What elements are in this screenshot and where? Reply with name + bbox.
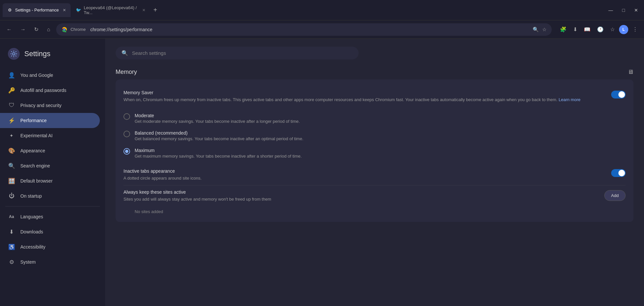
search-icon: 🔍 xyxy=(533,27,539,33)
privacy-icon: 🛡 xyxy=(8,102,15,109)
close-button[interactable]: ✕ xyxy=(631,6,641,14)
sidebar-item-system[interactable]: ⚙ System xyxy=(0,254,100,270)
sidebar-label-system: System xyxy=(20,259,36,265)
inactive-tabs-info: Inactive tabs appearance A dotted circle… xyxy=(123,168,611,182)
memory-saver-toggle-track[interactable] xyxy=(611,91,626,98)
sidebar-item-on-startup[interactable]: ⏻ On startup xyxy=(0,188,100,204)
minimize-button[interactable]: — xyxy=(605,6,616,14)
sidebar-item-languages[interactable]: Aa Languages xyxy=(0,209,100,224)
main-layout: Settings 👤 You and Google 🔑 Autofill and… xyxy=(0,39,644,306)
new-tab-button[interactable]: + xyxy=(151,5,160,15)
memory-saver-toggle-thumb xyxy=(618,91,625,98)
radio-balanced-circle[interactable] xyxy=(123,131,130,137)
sidebar-label-accessibility: Accessibility xyxy=(20,244,45,250)
back-button[interactable]: ← xyxy=(4,25,14,34)
always-active-info: Always keep these sites active Sites you… xyxy=(123,189,604,203)
memory-saver-toggle[interactable] xyxy=(611,91,626,98)
radio-maximum-desc: Get maximum memory savings. Your tabs be… xyxy=(135,154,302,159)
history-icon[interactable]: 🕐 xyxy=(595,24,606,34)
you-and-google-icon: 👤 xyxy=(8,72,15,79)
radio-balanced-label: Balanced (recommended) xyxy=(135,130,303,136)
url-display: chrome://settings/performance xyxy=(90,27,529,32)
sidebar-item-you-and-google[interactable]: 👤 You and Google xyxy=(0,68,100,83)
search-bar[interactable]: 🔍 xyxy=(116,47,359,59)
radio-moderate-circle[interactable] xyxy=(123,113,130,120)
experimental-ai-icon: ✦ xyxy=(8,132,15,139)
default-browser-icon: 🪟 xyxy=(8,177,15,185)
toolbar-icons: 🧩 ⬇ 📖 🕐 ☆ L ⋮ xyxy=(558,24,640,34)
maximize-button[interactable]: □ xyxy=(619,6,628,14)
download-icon[interactable]: ⬇ xyxy=(571,24,580,34)
forward-button[interactable]: → xyxy=(18,25,28,34)
sidebar-item-appearance[interactable]: 🎨 Appearance xyxy=(0,143,100,158)
always-active-name: Always keep these sites active xyxy=(123,189,598,195)
refresh-button[interactable]: ↻ xyxy=(32,24,41,34)
sidebar-item-autofill[interactable]: 🔑 Autofill and passwords xyxy=(0,83,100,98)
on-startup-icon: ⏻ xyxy=(8,192,15,200)
radio-balanced-content: Balanced (recommended) Get balanced memo… xyxy=(135,130,303,141)
learn-more-link[interactable]: Learn more xyxy=(559,97,580,102)
sidebar-label-you-and-google: You and Google xyxy=(20,73,53,78)
sidebar-item-privacy[interactable]: 🛡 Privacy and security xyxy=(0,98,100,113)
downloads-icon: ⬇ xyxy=(8,228,15,235)
inactive-tabs-desc: A dotted circle appears around site icon… xyxy=(123,175,605,182)
address-input-wrap[interactable]: Chrome chrome://settings/performance 🔍 ☆ xyxy=(56,23,552,36)
settings-logo-icon xyxy=(8,48,20,60)
no-sites-label: No sites added xyxy=(123,207,626,215)
bookmarks-icon[interactable]: ☆ xyxy=(608,24,617,34)
radio-maximum-circle[interactable] xyxy=(123,148,130,155)
radio-moderate[interactable]: Moderate Get moderate memory savings. Yo… xyxy=(123,110,626,127)
radio-moderate-desc: Get moderate memory savings. Your tabs b… xyxy=(135,119,300,124)
sidebar-label-default-browser: Default browser xyxy=(20,178,53,184)
avatar[interactable]: L xyxy=(619,25,628,34)
inactive-tabs-toggle-track[interactable] xyxy=(611,169,626,177)
search-input[interactable] xyxy=(132,50,353,56)
memory-options-group: Moderate Get moderate memory savings. Yo… xyxy=(123,107,626,164)
radio-maximum-label: Maximum xyxy=(135,148,302,153)
sidebar-item-default-browser[interactable]: 🪟 Default browser xyxy=(0,173,100,188)
tab-settings[interactable]: ⚙ Settings - Performance ✕ xyxy=(3,3,71,17)
bookmark-icon: ☆ xyxy=(542,27,546,33)
sidebar-label-autofill: Autofill and passwords xyxy=(20,88,66,93)
twitter-tab-label: Leopeva64 (@Leopeva64) / Tw... xyxy=(84,5,138,15)
content-area: 🔍 Memory 🖥 Memory Saver When on, Chromiu… xyxy=(105,39,644,306)
inactive-tabs-toggle[interactable] xyxy=(611,169,626,177)
memory-section-header: Memory 🖥 xyxy=(116,69,633,76)
sidebar-label-privacy: Privacy and security xyxy=(20,103,61,108)
sidebar-item-downloads[interactable]: ⬇ Downloads xyxy=(0,224,100,239)
sidebar-divider xyxy=(5,206,100,207)
tab-twitter[interactable]: 🐦 Leopeva64 (@Leopeva64) / Tw... ✕ xyxy=(71,3,150,17)
sidebar-label-downloads: Downloads xyxy=(20,229,43,234)
settings-header: Settings xyxy=(0,44,105,68)
sidebar-label-on-startup: On startup xyxy=(20,193,42,199)
search-icon: 🔍 xyxy=(122,50,128,56)
tab-group: ⚙ Settings - Performance ✕ 🐦 Leopeva64 (… xyxy=(3,3,604,17)
window-controls: — □ ✕ xyxy=(605,6,641,14)
sidebar-item-accessibility[interactable]: ♿ Accessibility xyxy=(0,239,100,254)
radio-balanced[interactable]: Balanced (recommended) Get balanced memo… xyxy=(123,127,626,144)
menu-icon[interactable]: ⋮ xyxy=(630,24,640,34)
inactive-tabs-row: Inactive tabs appearance A dotted circle… xyxy=(123,164,626,186)
languages-icon: Aa xyxy=(8,213,15,220)
twitter-tab-close[interactable]: ✕ xyxy=(142,8,145,12)
sidebar-item-performance[interactable]: ⚡ Performance xyxy=(0,113,100,128)
memory-saver-info: Memory Saver When on, Chromium frees up … xyxy=(123,90,611,103)
memory-section-title: Memory xyxy=(116,69,137,76)
title-bar: ⚙ Settings - Performance ✕ 🐦 Leopeva64 (… xyxy=(0,0,644,20)
settings-tab-close[interactable]: ✕ xyxy=(63,8,66,12)
reading-list-icon[interactable]: 📖 xyxy=(582,24,593,34)
extensions-icon[interactable]: 🧩 xyxy=(558,24,569,34)
twitter-tab-icon: 🐦 xyxy=(76,8,81,13)
home-button[interactable]: ⌂ xyxy=(44,25,53,34)
memory-card: Memory Saver When on, Chromium frees up … xyxy=(116,79,633,222)
memory-section-icon: 🖥 xyxy=(628,69,633,76)
memory-saver-desc: When on, Chromium frees up memory from i… xyxy=(123,97,605,103)
autofill-icon: 🔑 xyxy=(8,87,15,94)
sidebar-label-experimental-ai: Experimental AI xyxy=(20,133,53,138)
inactive-tabs-name: Inactive tabs appearance xyxy=(123,168,605,174)
radio-maximum[interactable]: Maximum Get maximum memory savings. Your… xyxy=(123,144,626,162)
add-site-button[interactable]: Add xyxy=(604,190,626,201)
sidebar-item-search-engine[interactable]: 🔍 Search engine xyxy=(0,158,100,173)
svg-point-1 xyxy=(12,53,15,55)
sidebar-item-experimental-ai[interactable]: ✦ Experimental AI xyxy=(0,128,100,143)
